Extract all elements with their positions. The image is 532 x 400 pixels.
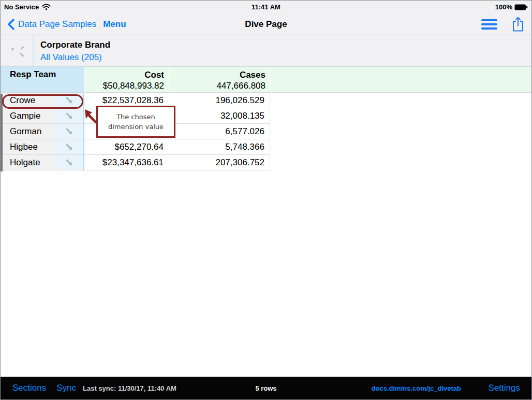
cost-cell: $23,347,636.61 (84, 155, 169, 170)
back-button-label: Data Page Samples (18, 19, 96, 30)
dive-arrow-button[interactable] (55, 139, 83, 154)
row-filler (270, 108, 531, 124)
chevron-left-icon (7, 18, 14, 31)
server-url-link[interactable]: docs.dimins.com/jc_divetab (372, 384, 461, 392)
navigation-bar: Data Page Samples Menu Dive Page (1, 13, 531, 35)
dimension-name-label: Corporate Brand (40, 40, 110, 50)
dimension-cell[interactable]: Holgate (1, 155, 84, 170)
cases-cell: 196,026.529 (169, 93, 270, 108)
row-filler (270, 139, 531, 155)
table-row: Crowe $22,537,028.36 196,026.529 (1, 93, 531, 108)
dimension-value-label: Gorman (1, 124, 55, 139)
hamburger-menu-icon[interactable] (481, 19, 497, 30)
cases-total-value: 447,666.808 (170, 80, 265, 91)
battery-full-icon (514, 4, 528, 10)
status-bar: No Service 11:41 AM 100% (1, 1, 531, 13)
diagonal-down-right-arrow-icon (65, 127, 74, 136)
bottom-toolbar: Sections Sync Last sync: 11/30/17, 11:40… (1, 377, 531, 399)
dimension-cell[interactable]: Crowe (1, 93, 84, 108)
cost-total-value: $50,848,993.82 (85, 80, 164, 91)
refresh-button[interactable] (1, 35, 34, 66)
scroll-indicator (1, 94, 3, 172)
sections-button[interactable]: Sections (12, 383, 46, 393)
annotation-text-line2: dimension value (108, 122, 164, 132)
diagonal-down-right-arrow-icon (65, 142, 74, 152)
cost-cell: $652,270.64 (84, 139, 169, 155)
divetab-app-window: No Service 11:41 AM 100% Data Page Sampl… (0, 0, 532, 400)
row-filler (270, 93, 531, 108)
diagonal-down-right-arrow-icon (65, 96, 74, 105)
dimension-filter-bar: Corporate Brand All Values (205) (1, 35, 531, 67)
dimension-selection-link[interactable]: All Values (205) (40, 52, 110, 63)
refresh-circular-arrow-icon (9, 44, 24, 58)
dimension-value-label: Higbee (1, 139, 55, 154)
dive-arrow-button[interactable] (55, 155, 83, 170)
dimension-value-label: Holgate (1, 155, 55, 170)
battery-percent-label: 100% (495, 3, 512, 11)
cases-cell: 32,008.135 (169, 108, 270, 124)
dimension-value-label: Gampie (1, 108, 55, 123)
column-header-resp-team[interactable]: Resp Team (1, 67, 84, 93)
cost-header-label: Cost (85, 69, 164, 80)
settings-button[interactable]: Settings (489, 383, 520, 393)
table-row: Gorman 6,577.026 (1, 124, 531, 139)
cases-cell: 6,577.026 (169, 124, 270, 139)
annotation-callout-box: The chosen dimension value (96, 106, 175, 138)
dive-arrow-button[interactable] (55, 93, 83, 108)
column-header-cost[interactable]: Cost $50,848,993.82 (84, 67, 169, 93)
table-header-row: Resp Team Cost $50,848,993.82 Cases 447,… (1, 67, 531, 93)
table-row: Holgate $23,347,636.61 207,306.752 (1, 155, 531, 170)
dive-arrow-button[interactable] (55, 124, 83, 139)
header-filler (270, 67, 531, 93)
row-filler (270, 124, 531, 139)
column-header-cases[interactable]: Cases 447,666.808 (169, 67, 270, 93)
menu-button[interactable]: Menu (103, 19, 126, 30)
dive-arrow-button[interactable] (55, 108, 83, 123)
back-button[interactable]: Data Page Samples (7, 18, 96, 31)
cases-cell: 207,306.752 (169, 155, 270, 170)
diagonal-down-right-arrow-icon (65, 111, 74, 121)
cases-header-label: Cases (170, 69, 265, 80)
clock-label: 11:41 AM (1, 3, 531, 11)
dimension-value-label: Crowe (1, 93, 55, 108)
table-row: Higbee $652,270.64 5,748.366 (1, 139, 531, 155)
cases-cell: 5,748.366 (169, 139, 270, 155)
dimension-cell[interactable]: Gampie (1, 108, 84, 124)
sync-button[interactable]: Sync (56, 383, 76, 393)
table-row: Gampie 32,008.135 (1, 108, 531, 124)
last-sync-label: Last sync: 11/30/17, 11:40 AM (83, 384, 176, 392)
row-filler (270, 155, 531, 170)
dimension-cell[interactable]: Gorman (1, 124, 84, 139)
diagonal-down-right-arrow-icon (65, 158, 74, 167)
annotation-text-line1: The chosen (116, 112, 155, 122)
share-icon[interactable] (511, 16, 525, 32)
dimension-cell[interactable]: Higbee (1, 139, 84, 155)
